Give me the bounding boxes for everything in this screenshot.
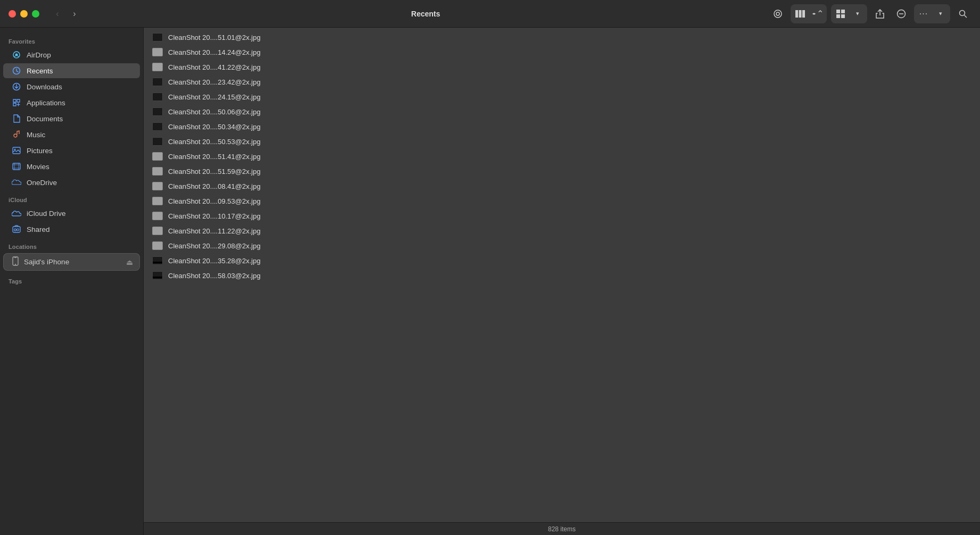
file-thumbnail: [152, 271, 163, 280]
sidebar-item-shared[interactable]: Shared: [3, 222, 140, 237]
file-name: CleanShot 20....29.08@2x.jpg: [168, 242, 261, 250]
file-name: CleanShot 20....23.42@2x.jpg: [168, 78, 261, 86]
svg-rect-22: [14, 163, 15, 170]
pictures-label: Pictures: [27, 147, 53, 155]
share-button[interactable]: [871, 5, 888, 22]
table-row[interactable]: CleanShot 20....29.08@2x.jpg: [144, 238, 980, 253]
eject-button[interactable]: ⏏: [126, 258, 133, 266]
icloud-section-header: iCloud: [0, 190, 143, 205]
table-row[interactable]: CleanShot 20....50.06@2x.jpg: [144, 104, 980, 119]
table-row[interactable]: CleanShot 20....35.28@2x.jpg: [144, 253, 980, 268]
music-icon: [12, 130, 21, 139]
toolbar-controls: ⌃ ▾: [769, 4, 971, 23]
pictures-icon: [12, 146, 21, 155]
back-button[interactable]: ‹: [50, 6, 65, 21]
maximize-button[interactable]: [32, 10, 39, 18]
table-row[interactable]: CleanShot 20....23.42@2x.jpg: [144, 74, 980, 89]
file-thumbnail: [152, 182, 163, 190]
table-row[interactable]: CleanShot 20....41.22@2x.jpg: [144, 60, 980, 74]
file-name: CleanShot 20....41.22@2x.jpg: [168, 63, 261, 71]
svg-rect-23: [18, 163, 19, 170]
svg-rect-21: [13, 168, 20, 169]
grid-view-button[interactable]: [832, 5, 849, 22]
forward-button[interactable]: ›: [67, 6, 82, 21]
file-thumbnail: [152, 107, 163, 116]
table-row[interactable]: CleanShot 20....51.01@2x.jpg: [144, 30, 980, 45]
file-name: CleanShot 20....09.53@2x.jpg: [168, 197, 261, 205]
table-row[interactable]: CleanShot 20....50.34@2x.jpg: [144, 119, 980, 134]
file-thumbnail: [152, 137, 163, 146]
movies-label: Movies: [27, 163, 49, 171]
sidebar-item-downloads[interactable]: Downloads: [3, 79, 140, 94]
file-thumbnail: [152, 212, 163, 220]
sidebar-item-airdrop[interactable]: AirDrop: [3, 47, 140, 62]
file-thumbnail: [152, 122, 163, 131]
status-bar: 828 items: [144, 522, 980, 535]
sidebar: Favorites AirDrop Recents: [0, 28, 144, 535]
shared-label: Shared: [27, 225, 50, 233]
sidebar-item-onedrive[interactable]: OneDrive: [3, 175, 140, 190]
sidebar-item-movies[interactable]: Movies: [3, 159, 140, 174]
file-name: CleanShot 20....08.41@2x.jpg: [168, 182, 261, 190]
table-row[interactable]: CleanShot 20....11.22@2x.jpg: [144, 223, 980, 238]
tags-section-header: Tags: [0, 272, 143, 287]
documents-icon: [12, 114, 21, 123]
sidebar-item-documents[interactable]: Documents: [3, 111, 140, 126]
table-row[interactable]: CleanShot 20....58.03@2x.jpg: [144, 268, 980, 283]
table-row[interactable]: CleanShot 20....24.15@2x.jpg: [144, 89, 980, 104]
titlebar: ‹ › Recents: [0, 0, 980, 28]
navigation-controls: ‹ ›: [50, 6, 82, 21]
sidebar-item-music[interactable]: Music: [3, 127, 140, 142]
applications-icon: [12, 98, 21, 107]
file-thumbnail: [152, 256, 163, 265]
traffic-lights: [9, 10, 39, 18]
column-view-button[interactable]: [792, 5, 809, 22]
table-row[interactable]: CleanShot 20....09.53@2x.jpg: [144, 194, 980, 208]
close-button[interactable]: [9, 10, 16, 18]
favorites-section-header: Favorites: [0, 32, 143, 47]
file-thumbnail: [152, 63, 163, 71]
airplay-button[interactable]: [769, 5, 786, 22]
file-name: CleanShot 20....50.34@2x.jpg: [168, 123, 261, 131]
onedrive-label: OneDrive: [27, 179, 57, 187]
file-name: CleanShot 20....35.28@2x.jpg: [168, 257, 261, 265]
more-options-dropdown[interactable]: ▾: [932, 5, 949, 22]
sidebar-item-applications[interactable]: Applications: [3, 95, 140, 110]
downloads-icon: [12, 82, 21, 91]
file-thumbnail: [152, 167, 163, 175]
edit-tags-button[interactable]: [893, 5, 910, 22]
search-button[interactable]: [954, 5, 971, 22]
icloud-drive-label: iCloud Drive: [27, 210, 66, 218]
svg-point-18: [14, 149, 16, 151]
svg-point-29: [15, 264, 16, 265]
table-row[interactable]: CleanShot 20....51.59@2x.jpg: [144, 164, 980, 179]
file-name: CleanShot 20....51.01@2x.jpg: [168, 34, 261, 41]
shared-icon: [12, 224, 21, 234]
minimize-button[interactable]: [20, 10, 28, 18]
svg-rect-20: [13, 164, 20, 165]
view-options-button[interactable]: ⌃: [809, 5, 826, 22]
table-row[interactable]: CleanShot 20....08.41@2x.jpg: [144, 179, 980, 194]
table-row[interactable]: CleanShot 20....51.41@2x.jpg: [144, 149, 980, 164]
svg-rect-8: [841, 14, 845, 18]
file-thumbnail: [152, 197, 163, 205]
sidebar-item-iphone[interactable]: Sajid's iPhone ⏏: [3, 253, 140, 271]
file-thumbnail: [152, 93, 163, 101]
sidebar-item-pictures[interactable]: Pictures: [3, 143, 140, 158]
sidebar-item-icloud-drive[interactable]: iCloud Drive: [3, 206, 140, 221]
table-row[interactable]: CleanShot 20....14.24@2x.jpg: [144, 45, 980, 60]
table-row[interactable]: CleanShot 20....50.53@2x.jpg: [144, 134, 980, 149]
more-options-button[interactable]: ···: [915, 5, 932, 22]
content-area: CleanShot 20....51.01@2x.jpg CleanShot 2…: [144, 28, 980, 535]
sidebar-item-recents[interactable]: Recents: [3, 63, 140, 78]
table-row[interactable]: CleanShot 20....10.17@2x.jpg: [144, 208, 980, 223]
file-name: CleanShot 20....50.53@2x.jpg: [168, 138, 261, 146]
grid-options-button[interactable]: ▾: [849, 5, 866, 22]
downloads-label: Downloads: [27, 83, 62, 91]
recents-label: Recents: [27, 67, 53, 75]
file-name: CleanShot 20....51.41@2x.jpg: [168, 153, 261, 161]
file-thumbnail: [152, 241, 163, 250]
music-label: Music: [27, 131, 45, 139]
svg-rect-2: [795, 10, 798, 18]
movies-icon: [12, 162, 21, 171]
